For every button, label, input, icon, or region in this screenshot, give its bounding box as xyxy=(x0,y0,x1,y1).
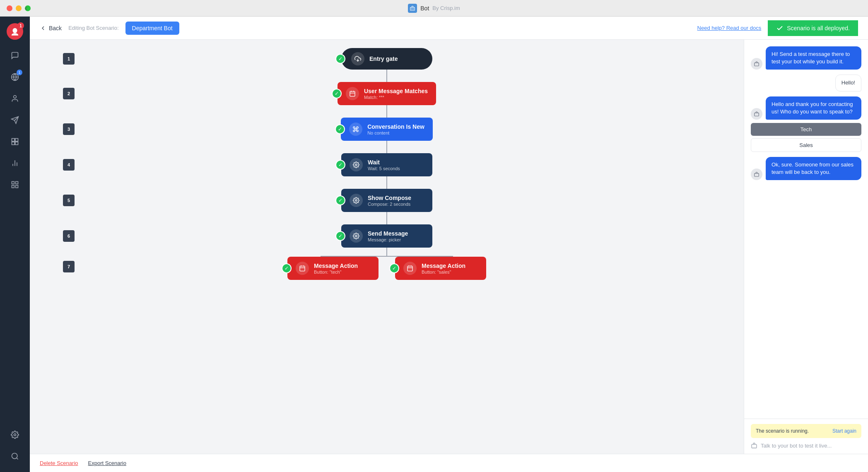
svg-point-19 xyxy=(14,434,16,436)
chat-footer: The scenario is running. Start again Tal… xyxy=(744,419,868,454)
split-connector xyxy=(30,248,744,257)
titlebar-title-area: Bot By Crisp.im xyxy=(408,4,460,13)
svg-point-29 xyxy=(355,235,357,237)
svg-rect-18 xyxy=(16,185,18,188)
svg-point-3 xyxy=(13,28,17,33)
node-wait[interactable]: ✓ Wait Wait: 5 seconds xyxy=(341,153,432,176)
step-row-3: 3 ✓ Conversation Is New No content xyxy=(30,118,744,141)
node-show-compose[interactable]: ✓ Show Compose Compose: 2 seconds xyxy=(341,189,432,212)
conversation-is-new-icon xyxy=(349,123,362,136)
chat-input-placeholder: Talk to your bot to test it live... xyxy=(761,443,832,449)
send-message-text: Send Message Message: picker xyxy=(368,230,408,242)
sidebar-item-settings[interactable] xyxy=(6,426,24,444)
node-check-1: ✓ xyxy=(335,54,345,64)
delete-scenario-link[interactable]: Delete Scenario xyxy=(40,460,78,466)
message-action-left-icon xyxy=(296,262,309,275)
svg-point-20 xyxy=(12,453,17,459)
svg-rect-39 xyxy=(755,113,759,116)
svg-rect-10 xyxy=(12,142,15,145)
wait-icon xyxy=(350,158,363,171)
sidebar-item-analytics[interactable] xyxy=(6,154,24,172)
svg-rect-9 xyxy=(15,139,18,142)
node-conversation-is-new[interactable]: ✓ Conversation Is New No content xyxy=(341,118,433,141)
main-area: 1 ✓ Entry gate xyxy=(30,40,868,454)
connector-5-6 xyxy=(386,212,387,224)
contacts-icon xyxy=(11,94,19,103)
help-link[interactable]: Need help? Read our docs xyxy=(697,25,762,31)
sidebar-item-globe[interactable]: 1 xyxy=(6,68,24,86)
sidebar-item-search[interactable] xyxy=(6,447,24,465)
svg-point-2 xyxy=(413,9,413,9)
sidebar-item-files[interactable] xyxy=(6,132,24,151)
svg-point-5 xyxy=(14,96,17,99)
step-number-label-6: 6 xyxy=(63,230,75,242)
step-number-5: 5 xyxy=(63,195,75,206)
node-message-action-left[interactable]: ✓ Message Action Button: "tech" xyxy=(287,257,379,280)
node-message-action-right[interactable]: ✓ Message Action Button: "sales" xyxy=(395,257,486,280)
chat-button-sales[interactable]: Sales xyxy=(751,138,861,152)
step-row-2: 2 ✓ User Message Matches Match: *** xyxy=(30,82,744,105)
connector-1-2 xyxy=(386,70,387,82)
editing-label: Editing Bot Scenario: xyxy=(68,25,118,31)
svg-rect-23 xyxy=(350,92,355,96)
step-number-label-7: 7 xyxy=(63,261,75,272)
export-scenario-link[interactable]: Export Scenario xyxy=(88,460,127,466)
bottom-bar: Delete Scenario Export Scenario xyxy=(30,454,868,472)
node-check-5: ✓ xyxy=(335,195,345,205)
sidebar-item-apps[interactable] xyxy=(6,176,24,194)
back-button[interactable]: Back xyxy=(40,25,62,31)
node-entry-gate[interactable]: ✓ Entry gate xyxy=(341,48,432,70)
scenario-running-text: The scenario is running. xyxy=(756,428,809,434)
message-action-right-icon xyxy=(403,262,417,275)
node-user-message-matches[interactable]: ✓ User Message Matches Match: *** xyxy=(338,82,436,105)
start-again-link[interactable]: Start again xyxy=(832,428,856,434)
message-action-left-text: Message Action Button: "tech" xyxy=(314,262,358,275)
step-number-7: 7 xyxy=(63,261,75,272)
svg-rect-38 xyxy=(755,63,759,66)
step-row-7: 7 ✓ Message Action Button: "tech" xyxy=(30,257,744,280)
deploy-banner: Scenario is all deployed. xyxy=(768,20,858,36)
chat-button-tech[interactable]: Tech xyxy=(751,123,861,136)
node-send-message[interactable]: ✓ Send Message Message: picker xyxy=(341,224,432,248)
chat-bubble-info: Hi! Send a test message there to test yo… xyxy=(766,46,861,70)
step-number-label-4: 4 xyxy=(63,159,75,171)
svg-point-28 xyxy=(355,200,357,201)
sidebar-item-chat[interactable] xyxy=(6,46,24,65)
svg-rect-17 xyxy=(12,185,14,188)
canvas[interactable]: 1 ✓ Entry gate xyxy=(30,40,744,454)
titlebar-subtitle: By Crisp.im xyxy=(432,5,460,11)
titlebar: ‹ Bot By Crisp.im xyxy=(0,0,868,17)
wait-text: Wait Wait: 5 seconds xyxy=(368,159,400,171)
connector-4-5 xyxy=(386,176,387,189)
show-compose-icon xyxy=(350,194,363,207)
step-number-2: 2 xyxy=(63,88,75,99)
minimize-button[interactable] xyxy=(16,5,22,11)
svg-rect-11 xyxy=(15,142,18,145)
close-button[interactable] xyxy=(7,5,12,11)
connector-3-4 xyxy=(386,141,387,153)
chat-row-bot-picker: Hello and thank you for contacting us! W… xyxy=(751,96,861,152)
send-message-icon xyxy=(350,229,363,243)
chat-bubble-hello: Hello! xyxy=(835,75,861,91)
svg-point-1 xyxy=(412,9,412,9)
show-compose-text: Show Compose Compose: 2 seconds xyxy=(368,195,411,207)
avatar: 1 xyxy=(7,23,23,40)
connector-2-3 xyxy=(386,105,387,118)
svg-rect-0 xyxy=(410,7,415,10)
step-row-1: 1 ✓ Entry gate xyxy=(30,48,744,70)
node-check-6: ✓ xyxy=(335,231,345,241)
search-icon xyxy=(11,452,19,460)
titlebar-back-button[interactable]: ‹ xyxy=(25,4,27,12)
content-area: Back Editing Bot Scenario: Department Bo… xyxy=(30,17,868,472)
sidebar-item-send[interactable] xyxy=(6,111,24,129)
svg-rect-15 xyxy=(12,182,14,184)
split-top-line xyxy=(386,248,387,256)
send-icon xyxy=(11,116,19,124)
step-number-label-1: 1 xyxy=(63,53,75,65)
node-check-2: ✓ xyxy=(332,89,342,99)
chat-compose-icon xyxy=(751,442,757,449)
bot-name-button[interactable]: Department Bot xyxy=(125,22,179,35)
chat-row-bot-text: Hello and thank you for contacting us! W… xyxy=(751,96,861,120)
sidebar-item-contacts[interactable] xyxy=(6,89,24,108)
step-number-4: 4 xyxy=(63,159,75,171)
